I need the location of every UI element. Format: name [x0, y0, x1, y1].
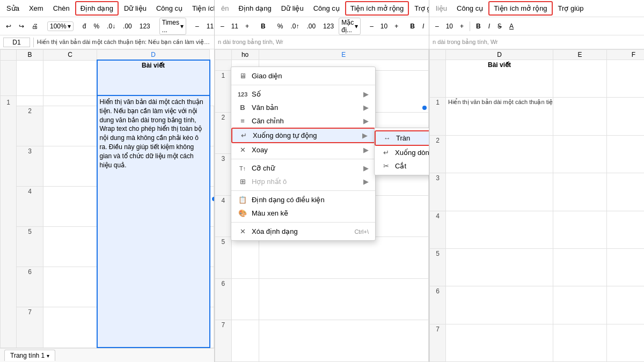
mid-menu-dinhDang[interactable]: Định dạng: [234, 2, 275, 14]
right-col-F[interactable]: F: [607, 50, 645, 60]
mid-cell-e7[interactable]: [259, 320, 428, 362]
right-cell-F7[interactable]: [607, 324, 645, 361]
right-cell-F1[interactable]: [607, 98, 645, 135]
cell-C7[interactable]: [210, 307, 214, 348]
menu-xuong-dong[interactable]: ↵ Xuống dòng tự động ▶ ↔ Tràn: [231, 128, 375, 143]
right-plus[interactable]: +: [457, 21, 466, 31]
cell-C5[interactable]: [210, 227, 214, 267]
menu-can-chinh[interactable]: ≡ Căn chỉnh ▶: [231, 114, 375, 128]
mid-cell-a5[interactable]: [231, 237, 259, 279]
cell-C4[interactable]: [210, 187, 214, 227]
cell-B6[interactable]: [43, 267, 97, 307]
menu-xoay[interactable]: ✕ Xoay ▶: [231, 143, 375, 157]
left-menu-tienIch[interactable]: Tiện ích mở rộng: [188, 2, 215, 14]
right-strike[interactable]: S̶: [495, 21, 504, 31]
mid-decimal2[interactable]: .00: [304, 21, 318, 31]
right-menu-tienIch[interactable]: Tiện ích mở rộng: [488, 1, 552, 16]
mid-cell-handle[interactable]: [422, 106, 427, 110]
undo-btn[interactable]: ↩: [3, 21, 14, 31]
zoom-dropdown[interactable]: 100% ▾: [47, 21, 74, 31]
col-header-B[interactable]: B: [17, 50, 43, 61]
mid-menu-en[interactable]: ên: [217, 2, 233, 14]
mid-plus2[interactable]: +: [392, 21, 401, 31]
right-cell-D1[interactable]: Hiển thị văn bản dài một cách thuận tiện…: [446, 98, 553, 135]
right-cell-D7[interactable]: [446, 324, 553, 361]
left-menu-chen[interactable]: Chèn: [49, 2, 74, 14]
cell-ref-input[interactable]: [3, 38, 30, 47]
mid-minus[interactable]: –: [218, 21, 227, 31]
mid-bold[interactable]: B: [258, 21, 268, 31]
right-underline[interactable]: A: [507, 21, 516, 31]
mid-menu-congCu[interactable]: Công cụ: [309, 2, 344, 14]
right-col-D[interactable]: D: [446, 50, 553, 60]
cell-B5[interactable]: [43, 227, 97, 267]
mid-plus[interactable]: +: [243, 21, 252, 31]
right-cell-E2[interactable]: [553, 135, 607, 173]
mid-minus2[interactable]: –: [367, 21, 376, 31]
right-cell-F5[interactable]: [607, 248, 645, 286]
cell-C3[interactable]: [210, 146, 214, 187]
col-header-C[interactable]: C: [43, 50, 97, 61]
format-num[interactable]: 123: [137, 21, 153, 31]
cell-D1-selected[interactable]: Hiển thị văn bản dài một cách thuận tiện…: [97, 95, 210, 348]
sheet-tab-1[interactable]: Trang tính 1 ▾: [4, 350, 55, 361]
submenu-xuong-dong[interactable]: ↵ Xuống dòng: [375, 146, 429, 159]
submenu-tran[interactable]: ↔ Tràn: [375, 130, 429, 146]
mid-cell-a7[interactable]: [231, 320, 259, 362]
right-cell-D3[interactable]: [446, 173, 553, 211]
right-cell-F4[interactable]: [607, 211, 645, 248]
left-menu-dinhDang[interactable]: Định dạng: [75, 1, 119, 16]
right-cell-F6[interactable]: [607, 286, 645, 324]
decimal-dec[interactable]: .0↓: [104, 21, 118, 31]
right-cell-D2[interactable]: [446, 135, 553, 173]
mid-col-hA[interactable]: ho: [231, 50, 259, 60]
right-cell-E4[interactable]: [553, 211, 607, 248]
right-bold[interactable]: B: [473, 21, 484, 31]
cell-C-header[interactable]: [43, 60, 97, 95]
right-cell-E3[interactable]: [553, 173, 607, 211]
mid-italic[interactable]: I: [420, 21, 427, 31]
right-menu-troGiup[interactable]: Trợ giúp: [554, 2, 588, 14]
left-menu-xem[interactable]: Xem: [25, 2, 48, 14]
right-cell-F0[interactable]: [607, 60, 645, 98]
decimal-inc[interactable]: .00: [120, 21, 135, 31]
right-cell-E7[interactable]: [553, 324, 607, 361]
right-menu-lieu[interactable]: liệu: [431, 2, 451, 14]
left-menu-congCu[interactable]: Công cụ: [152, 2, 187, 14]
right-cell-E6[interactable]: [553, 286, 607, 324]
menu-dinh-dang-dieu-kien[interactable]: 📋 Định dạng có điều kiện: [231, 193, 375, 206]
font-dropdown[interactable]: Times ... ▾: [159, 18, 186, 35]
cell-D-header[interactable]: Bài viết: [97, 60, 210, 95]
cell-B-header[interactable]: [17, 60, 43, 95]
menu-so[interactable]: 123 Số ▶: [231, 87, 375, 101]
submenu-cat[interactable]: ✂ Cắt: [375, 159, 429, 173]
cell-B7[interactable]: [43, 307, 97, 348]
right-cell-E5[interactable]: [553, 248, 607, 286]
left-menu-sua[interactable]: Sửa: [2, 2, 24, 14]
right-cell-F3[interactable]: [607, 173, 645, 211]
right-cell-D4[interactable]: [446, 211, 553, 248]
mid-cell-e5[interactable]: [259, 237, 428, 279]
mid-decimal[interactable]: .0↑: [288, 21, 302, 31]
menu-mau-xen-ke[interactable]: 🎨 Màu xen kẽ: [231, 206, 375, 220]
minus-size[interactable]: –: [193, 21, 202, 31]
cell-B4[interactable]: [43, 187, 97, 227]
menu-co-chu[interactable]: T↑ Cỡ chữ ▶: [231, 161, 375, 175]
right-cell-D-header[interactable]: Bài viết: [446, 60, 553, 98]
right-minus[interactable]: –: [433, 21, 442, 31]
mid-bold2[interactable]: B: [407, 21, 418, 31]
cell-C1[interactable]: [43, 95, 97, 106]
menu-giao-dien[interactable]: 🖥 Giao diện: [231, 69, 375, 83]
mid-menu-troGiup[interactable]: Trợ giúp: [410, 2, 429, 14]
mid-menu-tienIch[interactable]: Tiện ích mở rộng: [345, 1, 409, 16]
percent-btn[interactable]: %: [91, 21, 102, 31]
right-cell-E1[interactable]: [553, 98, 607, 135]
cell-handle[interactable]: [212, 197, 214, 201]
mid-percent[interactable]: %: [275, 21, 286, 31]
menu-van-ban[interactable]: B Văn bản ▶: [231, 101, 375, 114]
right-cell-E0[interactable]: [553, 60, 607, 98]
mid-menu-duLieu[interactable]: Dữ liệu: [277, 2, 308, 14]
col-header-D[interactable]: D: [97, 50, 210, 61]
left-menu-duLieu[interactable]: Dữ liệu: [120, 2, 151, 14]
cell-B2[interactable]: [43, 106, 97, 146]
